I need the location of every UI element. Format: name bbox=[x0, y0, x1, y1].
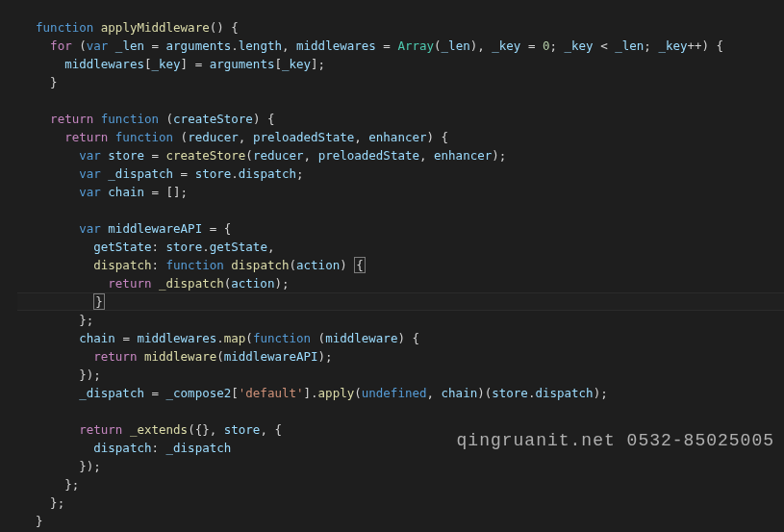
code-token bbox=[21, 38, 50, 53]
code-line[interactable]: var _dispatch = store.dispatch; bbox=[21, 166, 304, 181]
code-token: chain bbox=[108, 185, 144, 199]
code-token: ); bbox=[594, 386, 608, 400]
code-token bbox=[21, 2, 36, 16]
editor-gutter bbox=[0, 0, 17, 532]
code-token: ( bbox=[159, 112, 173, 126]
code-token: middlewareAPI bbox=[108, 221, 202, 236]
code-line[interactable]: var chain = []; bbox=[21, 185, 188, 199]
code-editor-content[interactable]: function applyMiddleware() { for (var _l… bbox=[21, 0, 723, 530]
code-line[interactable]: return _dispatch(action); bbox=[21, 276, 289, 291]
code-token: = bbox=[520, 38, 543, 53]
code-line[interactable]: return function (reducer, preloadedState… bbox=[21, 130, 448, 144]
code-token: return bbox=[108, 276, 151, 291]
code-line[interactable] bbox=[21, 2, 36, 16]
code-token: ]; bbox=[311, 57, 325, 71]
code-token: < bbox=[594, 38, 616, 53]
code-token bbox=[21, 349, 93, 364]
code-line[interactable]: var middlewareAPI = { bbox=[21, 221, 231, 236]
code-token: = bbox=[376, 38, 398, 53]
code-token bbox=[21, 112, 50, 126]
code-line[interactable]: return function (createStore) { bbox=[21, 112, 274, 126]
code-token: function bbox=[101, 112, 159, 126]
code-line[interactable]: dispatch: _dispatch bbox=[21, 441, 231, 455]
code-token bbox=[137, 349, 144, 364]
code-token: reducer bbox=[188, 130, 239, 144]
code-line[interactable]: } bbox=[21, 293, 105, 310]
code-line[interactable]: _dispatch = _compose2['default'].apply(u… bbox=[21, 386, 608, 400]
code-line[interactable]: for (var _len = arguments.length, middle… bbox=[21, 38, 723, 53]
code-token bbox=[21, 57, 64, 71]
code-token: dispatch bbox=[239, 166, 296, 181]
code-token: , { bbox=[260, 422, 282, 437]
code-line[interactable]: dispatch: function dispatch(action) { bbox=[21, 257, 366, 273]
code-line[interactable]: return middleware(middlewareAPI); bbox=[21, 349, 333, 364]
code-token: _compose2 bbox=[166, 386, 232, 400]
code-token: store bbox=[492, 386, 528, 400]
code-line[interactable]: } bbox=[21, 75, 58, 89]
code-token: arguments bbox=[166, 38, 232, 53]
code-line[interactable]: }); bbox=[21, 367, 101, 382]
code-token: . bbox=[216, 331, 224, 345]
code-token: : bbox=[151, 240, 165, 254]
code-token bbox=[21, 276, 108, 291]
code-token: ( bbox=[245, 148, 253, 163]
code-line[interactable]: var store = createStore(reducer, preload… bbox=[21, 148, 506, 163]
code-token bbox=[21, 148, 79, 163]
code-token: ]. bbox=[304, 386, 318, 400]
code-token: preloadedState bbox=[318, 148, 419, 163]
code-token: enhancer bbox=[368, 130, 426, 144]
code-token: apply bbox=[318, 386, 355, 400]
code-token: = bbox=[115, 331, 138, 345]
code-line[interactable]: function applyMiddleware() { bbox=[21, 20, 239, 35]
code-token: undefined bbox=[362, 386, 427, 400]
code-token: var bbox=[79, 166, 101, 181]
code-token: return bbox=[79, 422, 122, 437]
code-token: = []; bbox=[144, 185, 188, 199]
code-token: ({}, bbox=[188, 422, 224, 437]
code-line[interactable]: }; bbox=[21, 495, 64, 510]
code-token: middlewares bbox=[64, 57, 144, 71]
code-token: return bbox=[93, 349, 137, 364]
code-token: _extends bbox=[130, 422, 188, 437]
code-token: middlewareAPI bbox=[224, 349, 318, 364]
code-token: store bbox=[108, 148, 144, 163]
code-token: )( bbox=[477, 386, 492, 400]
code-line[interactable]: } bbox=[21, 514, 43, 528]
code-token: enhancer bbox=[434, 148, 492, 163]
code-token: middlewares bbox=[137, 331, 216, 345]
code-token bbox=[21, 166, 79, 181]
watermark-text: qingruanit.net 0532-85025005 bbox=[457, 431, 774, 450]
code-token: chain bbox=[79, 331, 115, 345]
code-token: } bbox=[21, 514, 43, 528]
code-line[interactable]: chain = middlewares.map(function (middle… bbox=[21, 331, 419, 345]
code-token bbox=[21, 240, 93, 254]
code-token: [ bbox=[231, 386, 239, 400]
code-token: _key bbox=[492, 38, 520, 53]
code-token bbox=[21, 221, 79, 236]
code-line[interactable]: getState: store.getState, bbox=[21, 240, 274, 254]
code-token: store bbox=[195, 166, 232, 181]
code-token: middleware bbox=[325, 331, 397, 345]
code-line[interactable]: }; bbox=[21, 313, 93, 327]
code-token: ; bbox=[644, 38, 658, 53]
code-line[interactable]: return _extends({}, store, { bbox=[21, 422, 282, 437]
code-token bbox=[21, 185, 79, 199]
code-token: ; bbox=[549, 38, 564, 53]
code-token bbox=[21, 258, 93, 272]
code-token: function bbox=[36, 20, 93, 35]
code-line[interactable]: middlewares[_key] = arguments[_key]; bbox=[21, 57, 325, 71]
code-token: ( bbox=[72, 38, 87, 53]
code-line[interactable]: }; bbox=[21, 477, 79, 492]
code-token: var bbox=[79, 148, 101, 163]
code-line[interactable]: }); bbox=[21, 459, 101, 473]
code-token: function bbox=[115, 130, 173, 144]
code-token: . bbox=[231, 38, 239, 53]
code-token: ( bbox=[173, 130, 188, 144]
code-token: _len bbox=[115, 38, 144, 53]
code-token: dispatch bbox=[93, 441, 151, 455]
code-token: _key bbox=[658, 38, 687, 53]
code-token: return bbox=[64, 130, 108, 144]
code-token bbox=[108, 38, 115, 53]
code-token: Array bbox=[397, 38, 434, 53]
code-token bbox=[21, 294, 93, 309]
